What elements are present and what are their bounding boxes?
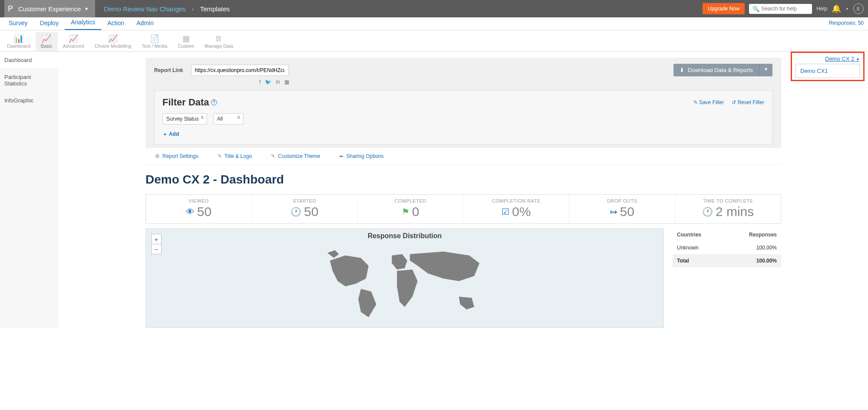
stat-started: STARTED🕐50 [252,195,358,223]
stat-dropouts: DROP OUTS↦50 [569,195,675,223]
stat-label: TIME TO COMPLETE [677,198,779,203]
eye-icon: 👁 [186,207,195,217]
filter-value-select[interactable]: All [213,113,244,125]
tab-action[interactable]: Action [101,17,130,30]
logo-icon: P [8,4,13,13]
stat-value: 50 [304,204,318,219]
tab-admin[interactable]: Admin [130,17,160,30]
tab-analytics[interactable]: Analytics [65,16,101,30]
subtab-label: Text / Media [142,43,167,49]
flag-icon: ⚑ [402,207,409,217]
sidebar-item-participant-stats[interactable]: Participant Statistics [0,69,59,92]
crumb-parent[interactable]: Demo Review Nav Changes [104,5,185,13]
subtab-advanced[interactable]: 📈Advanced [58,32,89,51]
social-icons: f 🐦 in ▦ [259,79,772,85]
add-filter-button[interactable]: ＋ Add [162,131,179,138]
subtab-choice[interactable]: 📈Choice Modelling [89,32,136,51]
subtab-label: Dashboard [7,43,30,49]
search-icon: 🔍 [752,6,759,12]
secondary-tabs: 📊Dashboard 📈Basic 📈Advanced 📈Choice Mode… [0,30,868,52]
map-title: Response Distribution [146,232,663,240]
bell-icon[interactable]: 🔔 [832,4,841,13]
help-link[interactable]: Help [816,6,827,12]
subtab-text-media[interactable]: 📄Text / Media [136,32,172,51]
main-content: Demo CX 2 ▼ Demo CX1 Report Link ⬇Downlo… [59,52,868,328]
clock-icon: 🕐 [702,207,713,217]
qr-icon[interactable]: ▦ [284,79,289,85]
upgrade-button[interactable]: Upgrade Now [703,3,745,14]
customize-theme-tab[interactable]: ✎Customize Theme [261,148,330,164]
world-map[interactable] [146,240,663,322]
stat-label: DROP OUTS [571,198,673,203]
subtab-label: Advanced [63,43,84,49]
report-settings-tab[interactable]: ⚙Report Settings [145,148,208,164]
stat-value: 50 [620,204,634,219]
bar-chart-icon: 📊 [7,34,30,43]
zoom-out-button[interactable]: − [151,244,162,254]
line-chart-icon: 📈 [41,34,53,43]
tab-deploy[interactable]: Deploy [34,17,65,30]
save-filter-button[interactable]: ✎ Save Filter [693,99,724,105]
stat-viewed: VIEWED👁50 [146,195,252,223]
document-icon: 📄 [142,34,167,43]
twitter-icon[interactable]: 🐦 [265,79,271,85]
title-logo-tab[interactable]: ✎Title & Logo [208,148,262,164]
edit-icon: ✎ [271,153,275,159]
line-chart-icon: 📈 [63,34,84,43]
zoom-in-button[interactable]: + [151,234,162,244]
grid-icon: ▦ [178,34,194,43]
subtab-manage-data[interactable]: 🗎Manage Data [199,32,238,51]
cx-current-label: Demo CX 2 [825,56,854,62]
cx-option[interactable]: Demo CX1 [795,64,860,78]
add-filter-label: Add [169,131,179,137]
table-header: CountriesResponses [673,228,781,241]
clock-icon: 🕐 [290,207,301,217]
crumb-current: Templates [200,5,230,13]
cx-current[interactable]: Demo CX 2 ▼ [795,56,860,62]
filter-dimension-select[interactable]: Survey Status [162,113,207,125]
subtab-basic[interactable]: 📈Basic [36,32,58,51]
filter-panel: Filter Data ? ✎ Save Filter ↺ Reset Filt… [154,90,772,144]
responses-count[interactable]: Responses: 50 [829,20,864,26]
cell-response: 100.00% [756,245,777,251]
stat-completion-rate: COMPLETION RATE☑0% [463,195,569,223]
download-button[interactable]: ⬇Download Data & Reports [673,64,759,76]
caret-down-icon: ▼ [845,7,849,11]
tab-survey[interactable]: Survey [3,17,34,30]
stat-completed: COMPLETED⚑0 [358,195,464,223]
breadcrumb: Demo Review Nav Changes › Templates [104,5,230,13]
sharing-options-tab[interactable]: ➦Sharing Options [330,148,393,164]
help-icon[interactable]: ? [211,99,217,105]
subtab-custom[interactable]: ▦Custom [172,32,199,51]
opttab-label: Sharing Options [346,153,383,159]
search-input-wrap[interactable]: 🔍 [749,4,812,14]
facebook-icon[interactable]: f [259,79,261,85]
sidebar-item-dashboard[interactable]: Dashboard [0,52,59,69]
map-row: Response Distribution + − CountriesRespo… [145,228,781,328]
opttab-label: Title & Logo [224,153,252,159]
edit-icon: ✎ [218,153,222,159]
breadcrumb-separator: › [192,5,194,13]
countries-table: CountriesResponses Unknown100.00% Total1… [673,228,781,328]
avatar[interactable]: E [853,3,864,14]
sidebar-item-infographic[interactable]: InfoGraphic [0,92,59,109]
brand-menu[interactable]: P Customer Experience ▼ [4,0,95,17]
top-bar: P Customer Experience ▼ Demo Review Nav … [0,0,868,17]
gear-icon: ⚙ [155,153,160,159]
opttab-label: Customize Theme [278,153,320,159]
caret-down-icon: ▼ [856,57,860,62]
sidebar: Dashboard Participant Statistics InfoGra… [0,52,59,328]
linkedin-icon[interactable]: in [276,79,280,85]
subtab-dashboard[interactable]: 📊Dashboard [2,32,36,51]
filter-title: Filter Data [162,97,209,108]
report-link-input[interactable] [191,65,289,76]
subtab-label: Basic [41,43,53,49]
stat-time: TIME TO COMPLETE🕐2 mins [675,195,781,223]
download-caret[interactable]: ▼ [759,64,772,76]
col-responses: Responses [749,232,777,238]
reset-filter-button[interactable]: ↺ Reset Filter [732,99,764,105]
opttab-label: Report Settings [162,153,198,159]
search-input[interactable] [761,6,809,12]
map-card: Response Distribution + − [145,228,664,328]
stat-label: VIEWED [148,198,250,203]
